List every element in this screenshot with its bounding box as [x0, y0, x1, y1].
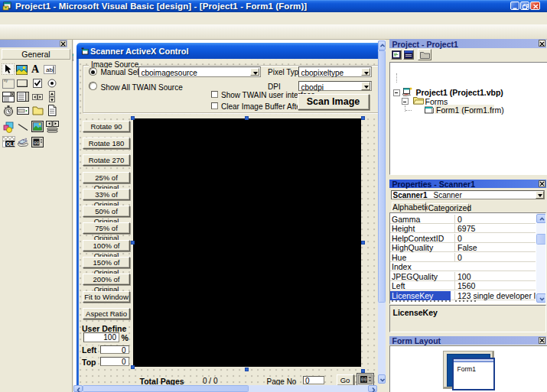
scroll-down-icon[interactable]: [378, 374, 386, 384]
scan-image-display[interactable]: [133, 118, 361, 367]
hscrollbar-tool-icon[interactable]: [32, 94, 43, 100]
form-layout-title-bar[interactable]: Form Layout: [389, 336, 546, 345]
rotate-180-button[interactable]: Rotate 180: [83, 138, 130, 149]
rotate-90-button[interactable]: Rotate 90: [83, 121, 130, 132]
minimize-button[interactable]: [510, 2, 519, 10]
selection-handle[interactable]: [361, 241, 365, 245]
property-row[interactable]: HighQualityFalse: [390, 243, 536, 252]
dirlistbox-tool-icon[interactable]: [32, 105, 44, 115]
top-input[interactable]: 0: [100, 357, 129, 366]
go-button[interactable]: Go: [337, 374, 354, 386]
tree-project-node[interactable]: Project1 (Project1.vbp): [416, 88, 503, 97]
clear-buffer-checkbox[interactable]: [211, 102, 219, 110]
scroll-right-icon[interactable]: [368, 385, 377, 392]
properties-panel-close-icon[interactable]: [539, 180, 545, 187]
label-tool-icon[interactable]: A: [31, 63, 39, 76]
zoom-75-button[interactable]: 75% of Original: [83, 222, 130, 234]
property-row[interactable]: Index: [390, 262, 536, 271]
drivelistbox-tool-icon[interactable]: [17, 107, 29, 115]
zoom-25-button[interactable]: 25% of Original: [83, 172, 130, 183]
grid-vscroll-thumb[interactable]: [536, 234, 546, 245]
image-source-combo[interactable]: cboimagesource: [138, 66, 261, 77]
selection-handle[interactable]: [245, 116, 249, 120]
tree-form1-node[interactable]: Form1 (Form1.frm): [436, 105, 504, 115]
shape-tool-icon[interactable]: [3, 121, 15, 133]
zoom-50-button[interactable]: 50% of Original: [83, 206, 130, 217]
tab-categorized[interactable]: Categorized: [428, 203, 469, 212]
property-row[interactable]: LicenseKey123 single developer license: [390, 290, 536, 300]
scroll-up-icon[interactable]: [536, 214, 546, 223]
toolbox-close-icon[interactable]: [60, 40, 67, 47]
toggle-folders-button[interactable]: [418, 49, 431, 60]
mini-form-window[interactable]: Form1: [452, 358, 496, 390]
tab-alphabetic[interactable]: Alphabetic: [392, 202, 426, 212]
zoom-150-button[interactable]: 150% of Original: [83, 257, 130, 268]
aspect-ratio-button[interactable]: Aspect Ratio: [83, 308, 130, 319]
zoom-33-button[interactable]: 33% of Original: [83, 189, 130, 200]
selection-handle[interactable]: [245, 368, 249, 371]
listbox-tool-icon[interactable]: [17, 92, 29, 102]
checkbox-tool-icon[interactable]: [33, 79, 42, 88]
scan-image-button[interactable]: Scan Image: [298, 94, 370, 110]
manual-select-radio[interactable]: [89, 67, 97, 76]
pixel-type-combo[interactable]: cbopixeltype: [298, 66, 372, 77]
scanner-tool-icon[interactable]: [17, 137, 29, 147]
zoom-100-button[interactable]: 100% of Original: [83, 240, 130, 251]
combobox-tool-icon[interactable]: [2, 92, 15, 102]
scroll-left-icon[interactable]: [73, 385, 83, 392]
designer-vscroll-thumb[interactable]: [378, 50, 386, 303]
restore-button[interactable]: [520, 2, 529, 10]
property-row[interactable]: HelpContextID0: [390, 233, 536, 242]
image-tool-icon[interactable]: [31, 121, 44, 132]
scanner-control-icon[interactable]: 00:: [357, 373, 374, 386]
dpi-combo[interactable]: cbodpi: [298, 81, 372, 92]
view-code-button[interactable]: [391, 50, 402, 60]
line-tool-icon[interactable]: [18, 123, 28, 131]
toolbox-title-bar[interactable]: [0, 40, 67, 47]
optionbutton-tool-icon[interactable]: [47, 79, 57, 88]
picturebox-tool-icon[interactable]: [16, 65, 28, 75]
selection-handle[interactable]: [361, 116, 365, 120]
property-row[interactable]: JPEGQuality100: [390, 271, 536, 280]
designer-hscroll-thumb[interactable]: [83, 385, 249, 392]
selection-handle[interactable]: [131, 241, 135, 245]
left-input[interactable]: 0: [100, 345, 129, 355]
pointer-tool-icon[interactable]: [4, 64, 12, 74]
tree-expander-icon[interactable]: [393, 89, 400, 96]
commandbutton-tool-icon[interactable]: [17, 79, 28, 87]
property-row[interactable]: Gamma0: [390, 215, 536, 224]
show-ui-checkbox[interactable]: [211, 91, 219, 99]
timer-tool-icon[interactable]: [3, 105, 14, 117]
object-selector-combo[interactable]: Scanner1 Scanner: [391, 190, 545, 199]
zoom-200-button[interactable]: 200% of Original: [83, 274, 130, 285]
property-row[interactable]: Hue0: [390, 252, 536, 261]
user-define-input[interactable]: 100: [83, 332, 119, 342]
selection-handle[interactable]: [131, 365, 135, 369]
toolbox-tab-general[interactable]: General: [2, 49, 70, 60]
view-object-button[interactable]: [403, 50, 415, 60]
ole-tool-icon[interactable]: OLE: [2, 136, 15, 147]
form-layout-close-icon[interactable]: [539, 337, 545, 344]
textbox-tool-icon[interactable]: ab: [44, 65, 56, 74]
grid-vscrollbar[interactable]: [536, 213, 546, 303]
properties-panel-title-bar[interactable]: Properties - Scanner1: [389, 180, 546, 189]
rotate-270-button[interactable]: Rotate 270: [83, 154, 130, 166]
property-row[interactable]: Left1560: [390, 281, 536, 290]
close-button[interactable]: [530, 2, 540, 10]
project-panel-close-icon[interactable]: [539, 40, 545, 47]
page-no-input[interactable]: 0: [303, 376, 324, 385]
filelistbox-tool-icon[interactable]: [47, 105, 57, 116]
form-title-bar[interactable]: Scanner ActiveX Control: [77, 43, 386, 59]
combo-dropdown-icon[interactable]: [536, 191, 544, 199]
selection-handle[interactable]: [131, 116, 135, 120]
custom-control-tool-icon[interactable]: 00:: [31, 137, 44, 147]
scroll-up-icon[interactable]: [378, 40, 386, 50]
vscrollbar-tool-icon[interactable]: [49, 91, 55, 102]
tree-expander-icon[interactable]: [402, 98, 409, 105]
scroll-down-icon[interactable]: [536, 293, 546, 303]
show-all-twain-radio[interactable]: [89, 82, 97, 90]
fit-to-window-button[interactable]: Fit to Window: [83, 291, 130, 303]
frame-tool-icon[interactable]: xy: [2, 78, 15, 89]
data-tool-icon[interactable]: [46, 121, 59, 133]
property-row[interactable]: Height6975: [390, 224, 536, 233]
